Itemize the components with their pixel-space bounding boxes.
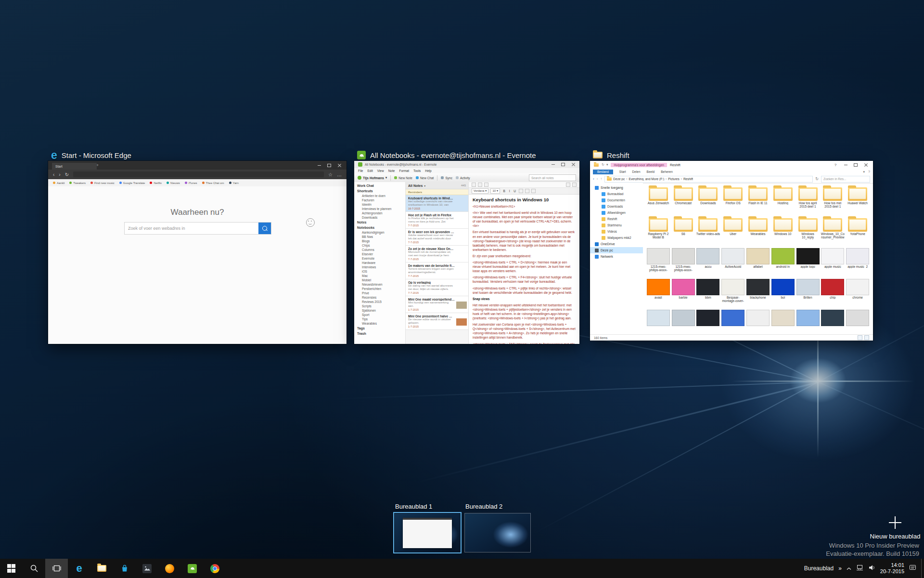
note-thumbnail: [456, 285, 467, 292]
minimize-icon: [843, 162, 848, 167]
file-item: YotaPhone: [845, 216, 870, 247]
maximize-icon: [561, 162, 565, 167]
file-item: [845, 308, 870, 335]
menu-item: File: [358, 169, 363, 172]
folder-icon: [773, 218, 793, 232]
note-thumbnail: [456, 200, 467, 208]
share-icon: [566, 183, 570, 187]
file-item: [796, 308, 821, 335]
favorite-item: Aankli: [53, 182, 64, 184]
search-icon: [262, 226, 267, 231]
file-item: chip: [820, 277, 845, 308]
taskbar-clock[interactable]: 14:01 20-7-2015: [880, 562, 904, 575]
folder-icon: [674, 218, 693, 232]
file-item: apple music: [820, 247, 845, 277]
taskbar-chrome-button[interactable]: [204, 559, 226, 578]
bullet-list-icon: [519, 189, 523, 193]
folder-icon: [607, 177, 612, 181]
sync-icon: [441, 176, 444, 179]
explorer-address-bar: ‹ › ↑ Deze pcEverything, and More (F:)Pi…: [590, 175, 873, 184]
taskbar-edge-button[interactable]: e: [68, 559, 90, 578]
nav-item: Videos: [590, 228, 643, 235]
show-desktop-button[interactable]: [921, 559, 924, 578]
font-family-select: Verdana ▾: [472, 188, 488, 194]
new-desktop-button[interactable]: Nieuw bureaublad: [860, 516, 924, 540]
explorer-window-title: Reshift: [670, 163, 680, 167]
edge-favorites-bar: Aankli Tweakers Find new music Google Tr…: [48, 179, 346, 187]
nav-item-icon: [595, 249, 599, 252]
file-item: 1215-mwo-philips-woox-bt6000-1: [646, 247, 671, 277]
clock-date: 20-7-2015: [880, 568, 904, 575]
folder-icon: [798, 187, 818, 201]
nav-item-label: Videos: [607, 230, 617, 233]
network-tray-icon[interactable]: [856, 564, 863, 573]
desktop-2-label[interactable]: Bureaublad 2: [465, 503, 502, 510]
folder-icon: [723, 218, 743, 232]
note-date: 1-7-2015: [408, 325, 455, 328]
image-thumbnail: [796, 310, 820, 326]
refresh-icon: ↻: [65, 172, 69, 177]
nav-item-label: Downloads: [607, 205, 623, 208]
sidebar-item: Downloads: [354, 215, 405, 220]
clock-time: 14:01: [880, 562, 904, 568]
item-count: 160 items: [594, 336, 607, 340]
note-thumbnail: [456, 318, 467, 326]
favorites-star-icon: ☆: [328, 172, 333, 177]
file-item: apple music_2: [845, 247, 870, 277]
note-snippet: Adobe waarschuwt voor een nieuw lek dat …: [408, 234, 455, 240]
desktop-toolbar-label[interactable]: Bureaublad: [804, 565, 834, 572]
note-title: Hoe zet je Flash uit in Firefox: [408, 213, 455, 217]
explorer-window-thumbnail[interactable]: ↻ ▾ Hulpprogramma's voor afbeeldingen Re…: [590, 161, 873, 341]
note-snippet: De nieuwe editie wordt in oktober gelope…: [408, 318, 455, 325]
desktop-2-thumbnail[interactable]: [465, 513, 530, 552]
search-button[interactable]: [23, 559, 45, 578]
more-icon: [572, 183, 577, 187]
note-paragraph: <hr> Wie veel met het toetsenbord werkt …: [473, 210, 576, 228]
editor-info-bar: [469, 182, 579, 188]
note-paragraph: <strong>Windows-toets + TAB</strong>: op…: [473, 342, 576, 344]
taskbar-explorer-button[interactable]: [90, 559, 113, 578]
taskbar-firefox-button[interactable]: [158, 559, 181, 578]
action-center-icon[interactable]: [909, 564, 916, 573]
note-date: 7-7-2015: [408, 258, 455, 261]
favorite-label: Find new music: [94, 182, 115, 184]
desktop-1-thumbnail[interactable]: [395, 513, 460, 552]
plus-icon: [889, 516, 901, 529]
explorer-thumbnail-header[interactable]: Reshift: [593, 149, 629, 161]
image-thumbnail: [721, 279, 744, 295]
file-name: bbm: [696, 296, 721, 299]
file-name: apple music: [820, 265, 845, 268]
format-button: I: [507, 189, 512, 193]
menu-item: Format: [399, 169, 409, 172]
evernote-thumbnail-header[interactable]: All Notebooks - evernote@tijshofmans.nl …: [357, 149, 536, 161]
evernote-window-thumbnail[interactable]: All Notebooks - evernote@tijshofmans.nl …: [354, 161, 579, 344]
file-name: ActiveAcoid: [720, 265, 745, 268]
note-title: De makers van de beruchte filmstreamingd…: [408, 264, 455, 267]
insider-watermark: Windows 10 Pro Insider Preview Evaluatie…: [826, 541, 919, 558]
file-item: Twitter video-ads: [696, 216, 721, 247]
favorite-item: Tweakers: [69, 182, 86, 184]
favorite-label: Aankli: [57, 182, 64, 184]
nav-item: Netwerk: [590, 253, 643, 260]
taskbar-store-button[interactable]: [113, 559, 136, 578]
evernote-titlebar: All Notebooks - evernote@tijshofmans.nl …: [354, 161, 579, 169]
file-item: [671, 308, 696, 335]
chevron-down-icon: ▾: [424, 184, 425, 187]
favicon: [90, 182, 93, 184]
file-item: alfabet: [745, 247, 770, 277]
edge-window-thumbnail[interactable]: Start + ‹ › ↻ ☆ … Aankli Tweakers: [48, 161, 346, 344]
edge-thumbnail-header[interactable]: e Start - Microsoft Edge: [51, 149, 131, 161]
volume-tray-icon[interactable]: [868, 564, 875, 573]
toolbar-overflow-icon[interactable]: »: [838, 565, 842, 572]
hidden-icons-chevron[interactable]: [847, 564, 851, 573]
start-button[interactable]: [0, 559, 23, 578]
thumbnails-view-icon: [864, 335, 869, 340]
breadcrumb-segment: Reshift: [683, 177, 693, 181]
desktop-1-label[interactable]: Bureaublad 1: [395, 503, 432, 510]
favorite-label: iTunes: [189, 182, 197, 184]
image-thumbnail: [796, 279, 820, 295]
file-item: How tos april 2015 deel 1: [796, 185, 821, 216]
taskbar-photos-button[interactable]: [136, 559, 158, 578]
taskbar-evernote-button[interactable]: [181, 559, 204, 578]
task-view-button[interactable]: [45, 559, 68, 578]
